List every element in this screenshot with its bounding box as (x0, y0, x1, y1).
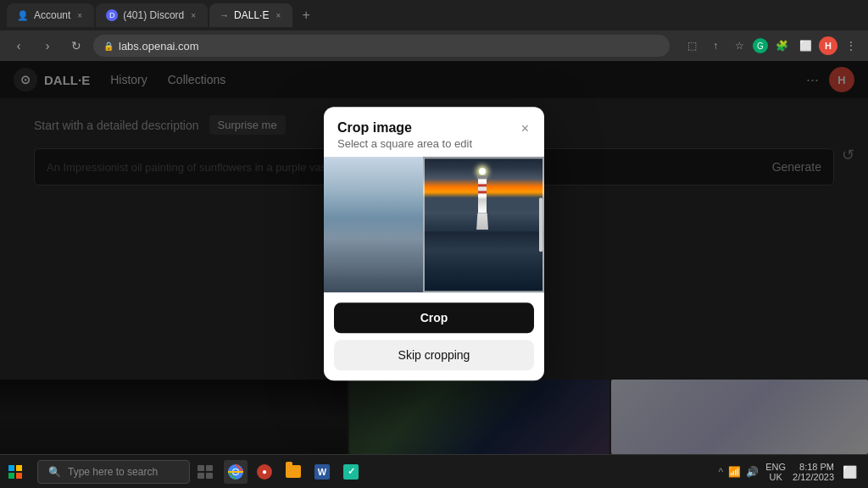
svg-rect-6 (198, 473, 204, 479)
url-text: labs.openai.com (119, 40, 199, 53)
address-bar: ‹ › ↻ 🔒 labs.openai.com ⬚ ↑ ☆ G 🧩 ⬜ H ⋮ (0, 30, 868, 61)
tab-label-account: Account (34, 9, 70, 21)
taskbar-widget-icon[interactable] (193, 460, 217, 484)
modal-actions: Crop Skip cropping (324, 292, 544, 380)
window-icon[interactable]: ⬜ (795, 36, 815, 56)
share-icon[interactable]: ↑ (705, 36, 726, 56)
image-left-panel (324, 157, 423, 292)
chevron-up-icon[interactable]: ^ (719, 466, 724, 478)
svg-rect-1 (16, 465, 22, 471)
taskbar-search-icon: 🔍 (48, 466, 61, 478)
taskbar-search-bar[interactable]: 🔍 Type here to search (37, 460, 190, 484)
reload-button[interactable]: ↻ (64, 34, 88, 58)
taskbar-right: ^ 📶 🔊 ENG UK 8:18 PM 2/12/2023 ⬜ (719, 462, 868, 482)
taskbar-date: 2/12/2023 (793, 472, 834, 482)
taskbar-icons: ● W ✓ (224, 460, 363, 484)
taskbar-chrome-icon[interactable] (224, 460, 248, 484)
taskbar-time: 8:18 PM (793, 462, 834, 472)
modal-title-area: Crop image Select a square area to edit (337, 120, 472, 150)
modal-subtitle: Select a square area to edit (337, 137, 472, 150)
image-right-panel (423, 157, 544, 292)
url-bar[interactable]: 🔒 labs.openai.com (93, 35, 670, 57)
modal-close-button[interactable]: × (520, 120, 531, 137)
tab-account[interactable]: 👤 Account × (7, 3, 94, 27)
taskbar-clock: 8:18 PM 2/12/2023 (793, 462, 834, 482)
tab-label-discord: (401) Discord (123, 9, 184, 21)
modal-header: Crop image Select a square area to edit … (324, 107, 544, 157)
modal-image-area[interactable] (324, 157, 544, 292)
taskbar-app2-icon[interactable]: ● (253, 460, 276, 484)
puzzle-icon[interactable]: 🧩 (771, 36, 792, 56)
extension-icon[interactable]: G (753, 38, 768, 53)
modal-scrollbar[interactable] (539, 197, 542, 252)
volume-icon[interactable]: 🔊 (746, 466, 759, 478)
back-button[interactable]: ‹ (7, 34, 31, 58)
taskbar-folder-icon[interactable] (281, 460, 305, 484)
taskbar-word-icon[interactable]: W (310, 460, 334, 484)
tab-favicon-discord: D (106, 9, 118, 21)
tab-discord[interactable]: D (401) Discord × (96, 3, 208, 27)
modal-title: Crop image (337, 120, 472, 136)
tab-close-account[interactable]: × (75, 9, 84, 22)
taskbar: 🔍 Type here to search ● (0, 454, 868, 488)
forward-button[interactable]: › (36, 34, 59, 58)
windows-button[interactable] (0, 455, 31, 489)
tab-bar: 👤 Account × D (401) Discord × → DALL·E ×… (0, 0, 868, 30)
network-icon[interactable]: 📶 (728, 466, 741, 478)
svg-rect-7 (206, 473, 213, 479)
svg-rect-5 (206, 465, 213, 471)
tab-close-dalle[interactable]: × (274, 9, 282, 22)
svg-rect-3 (16, 473, 22, 479)
taskbar-app5-icon[interactable]: ✓ (339, 460, 363, 484)
tab-dalle[interactable]: → DALL·E × (209, 3, 292, 27)
app-area: ⊙ DALL·E History Collections ··· H Start… (0, 61, 868, 454)
svg-rect-4 (198, 465, 204, 471)
browser-actions: ⬚ ↑ ☆ G 🧩 ⬜ H ⋮ (682, 36, 861, 56)
user-avatar-browser[interactable]: H (819, 36, 837, 55)
lang-line1: ENG (765, 462, 786, 472)
notifications-icon[interactable]: ⬜ (841, 463, 858, 480)
crop-button[interactable]: Crop (334, 302, 534, 333)
crop-image-modal: Crop image Select a square area to edit … (324, 107, 544, 380)
svg-rect-2 (8, 473, 14, 479)
star-icon[interactable]: ☆ (729, 36, 749, 56)
tab-close-discord[interactable]: × (189, 9, 198, 22)
windows-icon (8, 465, 22, 479)
crop-selection-border (423, 157, 544, 292)
cast-icon[interactable]: ⬚ (682, 36, 702, 56)
taskbar-lang: ENG UK (765, 462, 786, 482)
more-options-button[interactable]: ⋮ (841, 36, 861, 56)
tab-favicon-account: 👤 (17, 10, 29, 21)
taskbar-sys-icons: ^ 📶 🔊 (719, 466, 760, 478)
skip-cropping-button[interactable]: Skip cropping (334, 340, 534, 370)
svg-rect-0 (8, 465, 14, 471)
tab-favicon-dalle: → (220, 10, 229, 20)
taskbar-search-text: Type here to search (68, 466, 158, 478)
lang-line2: UK (765, 472, 786, 482)
tab-label-dalle: DALL·E (234, 9, 269, 21)
browser-chrome: 👤 Account × D (401) Discord × → DALL·E ×… (0, 0, 868, 61)
lock-icon: 🔒 (103, 42, 114, 51)
new-tab-button[interactable]: + (294, 3, 318, 27)
